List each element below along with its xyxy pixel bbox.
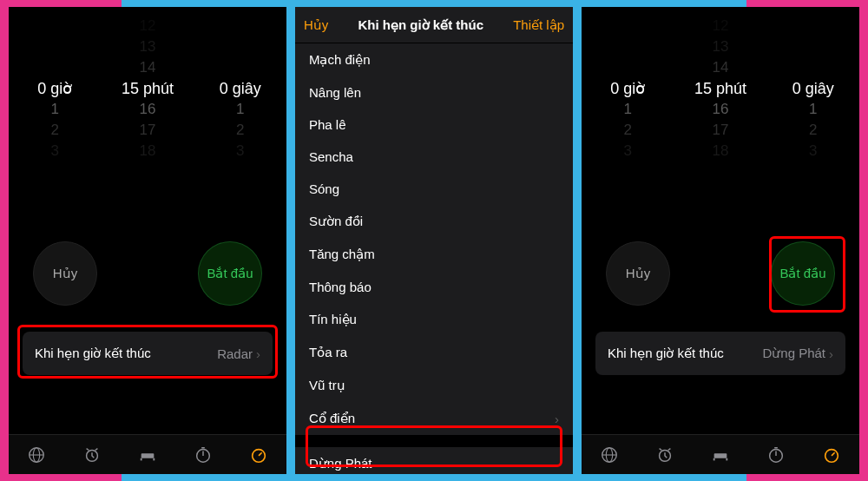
svg-rect-4 — [141, 458, 142, 460]
tab-bar — [9, 434, 286, 474]
sound-item[interactable]: Tăng chậm — [295, 238, 573, 271]
tab-bedtime[interactable] — [693, 435, 748, 474]
tab-timer[interactable] — [804, 435, 859, 474]
sound-item[interactable]: Mạch điện — [295, 43, 573, 76]
hours-column[interactable]: 0 giờ 1 2 3 — [582, 16, 674, 161]
svg-rect-13 — [726, 458, 727, 460]
cancel-button[interactable]: Hủy — [33, 241, 97, 306]
minutes-column[interactable]: 12 13 14 15 phút 16 17 18 — [674, 16, 767, 161]
seconds-value: 0 — [220, 80, 228, 97]
sound-item[interactable]: Tín hiệu — [295, 303, 573, 336]
svg-rect-5 — [153, 458, 155, 460]
time-picker[interactable]: 0 giờ 1 2 3 12 13 14 15 phút 16 17 18 0 … — [582, 16, 859, 161]
start-button[interactable]: Bắt đầu — [198, 241, 262, 306]
cancel-button[interactable]: Hủy — [606, 241, 670, 306]
sound-item[interactable]: Pha lê — [295, 109, 573, 141]
timer-end-value: Dừng Phát — [762, 346, 825, 361]
tab-alarm[interactable] — [64, 435, 120, 474]
sound-item[interactable]: Nâng lên — [295, 76, 573, 109]
sound-item[interactable]: Vũ trụ — [295, 369, 573, 402]
sound-item[interactable]: Tỏa ra — [295, 336, 573, 369]
timer-screen-left: 0 giờ 1 2 3 12 13 14 15 phút 16 17 18 0 … — [9, 7, 286, 474]
nav-set-button[interactable]: Thiết lập — [513, 17, 564, 33]
tab-timer[interactable] — [231, 435, 286, 474]
svg-rect-12 — [713, 458, 715, 460]
tab-stopwatch[interactable] — [748, 435, 804, 474]
minutes-unit: phút — [143, 80, 174, 97]
tab-worldclock[interactable] — [582, 435, 637, 474]
sound-item[interactable]: Sườn đồi — [295, 205, 573, 238]
sound-picker-screen: Hủy Khi hẹn giờ kết thúc Thiết lập Mạch … — [295, 7, 573, 474]
timer-end-row[interactable]: Khi hẹn giờ kết thúc Dừng Phát › — [595, 332, 845, 375]
nav-bar: Hủy Khi hẹn giờ kết thúc Thiết lập — [295, 7, 573, 43]
time-picker[interactable]: 0 giờ 1 2 3 12 13 14 15 phút 16 17 18 0 … — [9, 16, 286, 161]
hours-value: 0 — [37, 80, 46, 97]
tab-alarm[interactable] — [637, 435, 693, 474]
nav-cancel-button[interactable]: Hủy — [304, 17, 328, 33]
minutes-column[interactable]: 12 13 14 15 phút 16 17 18 — [102, 16, 194, 161]
seconds-column[interactable]: 0 giây 1 2 3 — [766, 16, 859, 161]
sound-list[interactable]: Mạch điện Nâng lên Pha lê Sencha Sóng Sư… — [295, 43, 573, 435]
svg-rect-3 — [141, 453, 155, 458]
sound-item[interactable]: Sencha — [295, 141, 573, 173]
tab-stopwatch[interactable] — [175, 435, 231, 474]
highlight-start-button — [769, 236, 845, 313]
chevron-right-icon: › — [555, 412, 559, 426]
seconds-unit: giây — [233, 80, 261, 97]
tab-bar — [582, 434, 859, 474]
timer-end-label: Khi hẹn giờ kết thúc — [608, 346, 762, 361]
minutes-value: 15 — [122, 80, 139, 97]
highlight-stop-playing — [306, 425, 562, 467]
sound-item[interactable]: Thông báo — [295, 271, 573, 303]
tab-bedtime[interactable] — [120, 435, 175, 474]
chevron-right-icon: › — [829, 346, 833, 361]
sound-item[interactable]: Sóng — [295, 173, 573, 205]
timer-screen-right: 0 giờ 1 2 3 12 13 14 15 phút 16 17 18 0 … — [582, 7, 859, 474]
svg-rect-11 — [714, 453, 727, 458]
highlight-end-row — [17, 325, 278, 379]
hours-unit: giờ — [50, 80, 72, 97]
nav-title: Khi hẹn giờ kết thúc — [358, 17, 483, 33]
tab-worldclock[interactable] — [9, 435, 64, 474]
hours-column[interactable]: 0 giờ 1 2 3 — [9, 16, 102, 161]
seconds-column[interactable]: 0 giây 1 2 3 — [194, 16, 286, 161]
